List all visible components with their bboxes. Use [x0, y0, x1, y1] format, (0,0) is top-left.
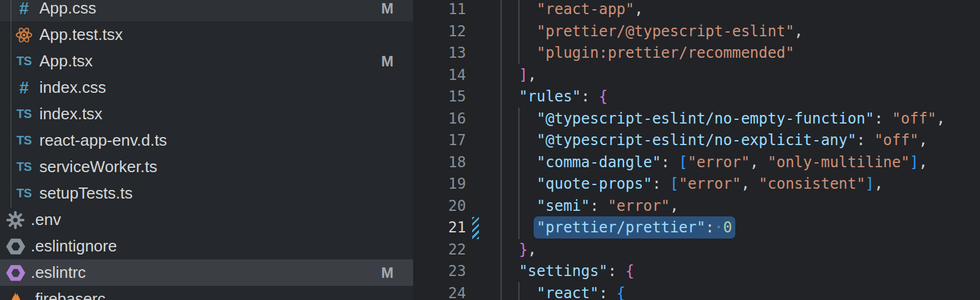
file-name: setupTests.ts: [39, 184, 133, 203]
code-line-24[interactable]: 24 "react": {: [413, 283, 980, 300]
git-modified-badge: M: [381, 264, 393, 282]
code-text: "rules": {: [501, 86, 607, 108]
line-number[interactable]: 19: [413, 173, 466, 195]
gutter-modified-indicator: [472, 217, 479, 239]
typescript-icon: TS: [14, 183, 34, 204]
gutter-decoration: [472, 21, 479, 43]
code-line-18[interactable]: 18 "comma-dangle": ["error", "only-multi…: [413, 152, 980, 174]
react-icon: [14, 25, 34, 45]
gutter-decoration: [472, 108, 479, 130]
line-number[interactable]: 16: [413, 108, 466, 130]
git-modified-badge: M: [381, 0, 393, 17]
file-row-eslintignore[interactable]: .eslintignore: [0, 233, 413, 259]
code-line-17[interactable]: 17 "@typescript-eslint/no-explicit-any":…: [413, 130, 980, 152]
css-icon: #: [14, 77, 34, 98]
code-line-14[interactable]: 14 ],: [413, 65, 980, 87]
line-number[interactable]: 15: [413, 86, 466, 108]
line-number[interactable]: 17: [413, 130, 466, 152]
typescript-icon: TS: [14, 51, 34, 72]
file-name: .eslintrc: [31, 263, 86, 282]
git-modified-badge: M: [381, 53, 393, 70]
gutter-decoration: [472, 0, 479, 21]
line-number[interactable]: 24: [413, 283, 466, 300]
line-number[interactable]: 23: [413, 261, 466, 283]
gutter-decoration: [472, 195, 479, 218]
file-name: serviceWorker.ts: [39, 157, 157, 176]
file-name: index.tsx: [39, 105, 103, 124]
file-name: react-app-env.d.ts: [39, 131, 167, 150]
file-row-setuptests-ts[interactable]: TSsetupTests.ts: [0, 180, 413, 207]
vscode-window: #App.cssMApp.test.tsxTSApp.tsxM#index.cs…: [0, 0, 980, 300]
file-row-index-tsx[interactable]: TSindex.tsx: [0, 101, 413, 127]
css-icon: #: [14, 0, 34, 19]
flame-icon: [5, 289, 26, 300]
file-row-firebaserc[interactable]: .firebaserc: [0, 286, 413, 300]
code-line-15[interactable]: 15 "rules": {: [413, 86, 980, 108]
file-row-eslintrc[interactable]: .eslintrcM: [0, 259, 413, 286]
file-name: .eslintignore: [31, 237, 117, 256]
gutter-decoration: [472, 86, 479, 108]
code-text: "prettier/prettier":·0: [501, 217, 732, 239]
code-text: "quote-props": ["error", "consistent"],: [501, 173, 883, 195]
code-text: },: [501, 239, 537, 261]
file-name: .firebaserc: [31, 290, 105, 300]
file-name: App.test.tsx: [39, 25, 123, 44]
line-number[interactable]: 11: [413, 0, 466, 21]
line-number[interactable]: 21: [413, 217, 466, 239]
line-number[interactable]: 22: [413, 239, 466, 261]
code-line-21[interactable]: 21 "prettier/prettier":·0: [413, 217, 980, 239]
file-row-app-css[interactable]: #App.cssM: [0, 0, 413, 22]
file-row-app-tsx[interactable]: TSApp.tsxM: [0, 48, 413, 74]
typescript-icon: TS: [14, 130, 34, 151]
file-name: App.tsx: [39, 52, 93, 71]
gutter-decoration: [472, 42, 479, 65]
code-line-12[interactable]: 12 "prettier/@typescript-eslint",: [413, 21, 980, 43]
file-row-react-app-env-d-ts[interactable]: TSreact-app-env.d.ts: [0, 127, 413, 154]
code-text: "prettier/@typescript-eslint",: [501, 21, 803, 43]
line-number[interactable]: 18: [413, 152, 466, 174]
line-number[interactable]: 20: [413, 195, 466, 218]
code-editor[interactable]: 11 "react-app",12 "prettier/@typescript-…: [413, 0, 980, 300]
code-lines: 11 "react-app",12 "prettier/@typescript-…: [413, 0, 980, 300]
code-line-23[interactable]: 23 "settings": {: [413, 261, 980, 283]
gutter-decoration: [472, 261, 479, 283]
file-row-app-test-tsx[interactable]: App.test.tsx: [0, 22, 413, 48]
line-number[interactable]: 14: [413, 65, 466, 87]
text-selection: "prettier/prettier":·0: [534, 216, 735, 239]
file-list: #App.cssMApp.test.tsxTSApp.tsxM#index.cs…: [0, 0, 413, 300]
file-name: App.css: [39, 0, 97, 18]
code-line-11[interactable]: 11 "react-app",: [413, 0, 980, 21]
line-number[interactable]: 13: [413, 42, 466, 65]
gear-icon: [5, 210, 26, 231]
code-text: "react": {: [501, 283, 625, 300]
code-text: "plugin:prettier/recommended": [501, 42, 794, 65]
gutter-decoration: [472, 173, 479, 195]
typescript-icon: TS: [14, 104, 34, 125]
code-text: ],: [501, 65, 537, 87]
code-line-19[interactable]: 19 "quote-props": ["error", "consistent"…: [413, 173, 980, 195]
code-line-20[interactable]: 20 "semi": "error",: [413, 195, 980, 218]
code-text: "@typescript-eslint/no-empty-function": …: [501, 108, 945, 130]
typescript-icon: TS: [14, 157, 34, 178]
file-explorer: #App.cssMApp.test.tsxTSApp.tsxM#index.cs…: [0, 0, 413, 300]
file-row-serviceworker-ts[interactable]: TSserviceWorker.ts: [0, 154, 413, 180]
gutter-decoration: [472, 152, 479, 174]
gutter-decoration: [472, 283, 479, 300]
file-row-index-css[interactable]: #index.css: [0, 74, 413, 101]
gutter-decoration: [472, 130, 479, 152]
eslint-icon: [5, 262, 26, 283]
code-text: "comma-dangle": ["error", "only-multilin…: [501, 152, 928, 174]
gutter-decoration: [472, 65, 479, 87]
code-line-13[interactable]: 13 "plugin:prettier/recommended": [413, 42, 980, 65]
file-name: index.css: [39, 78, 106, 97]
line-number[interactable]: 12: [413, 21, 466, 43]
file-row-env[interactable]: .env: [0, 207, 413, 233]
code-text: "react-app",: [501, 0, 643, 21]
code-line-22[interactable]: 22 },: [413, 239, 980, 261]
eslint-icon: [5, 236, 26, 257]
code-text: "@typescript-eslint/no-explicit-any": "o…: [501, 130, 928, 152]
gutter-decoration: [472, 239, 479, 261]
code-line-16[interactable]: 16 "@typescript-eslint/no-empty-function…: [413, 108, 980, 130]
file-name: .env: [31, 210, 61, 229]
code-text: "settings": {: [501, 261, 634, 283]
